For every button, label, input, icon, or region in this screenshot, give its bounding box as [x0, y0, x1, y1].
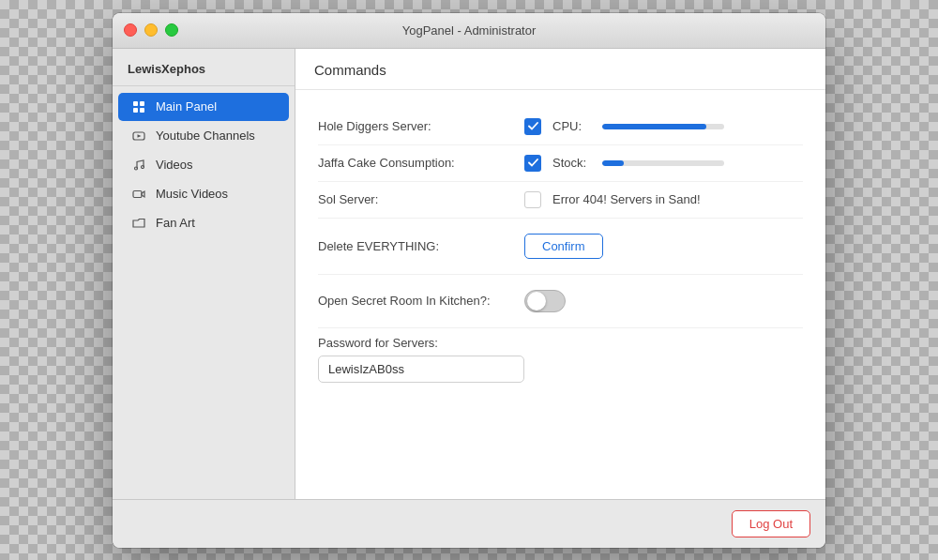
svg-point-6	[142, 165, 144, 168]
svg-point-5	[135, 167, 138, 170]
command-control-jaffa-cake: Stock:	[524, 155, 740, 172]
sidebar-item-music-videos[interactable]: Music Videos	[118, 180, 289, 208]
content-header: Commands	[295, 49, 825, 90]
command-row-jaffa-cake: Jaffa Cake Consumption: Stock:	[318, 145, 803, 182]
command-label-sol-server: Sol Server:	[318, 192, 524, 206]
nav-label-youtube-channels: Youtube Channels	[156, 129, 255, 143]
sidebar: LewisXephos Main Panel	[113, 49, 295, 499]
window-title: YogPanel - Administrator	[402, 23, 537, 38]
command-control-hole-diggers: CPU:	[524, 118, 740, 135]
sol-server-error: Error 404! Servers in Sand!	[552, 192, 701, 206]
music-icon	[131, 158, 146, 173]
stock-progress-bar-fill	[602, 160, 624, 166]
main-content: Commands Hole Diggers Server: CPU:	[295, 49, 825, 499]
sidebar-nav: Main Panel Youtube Channels	[113, 86, 295, 244]
sidebar-item-videos[interactable]: Videos	[118, 151, 289, 179]
cpu-progress-bar-fill	[602, 124, 706, 129]
toggle-knob	[527, 292, 546, 310]
folder-icon	[131, 216, 146, 231]
command-row-sol-server: Sol Server: Error 404! Servers in Sand!	[318, 182, 803, 219]
checkbox-sol-server[interactable]	[524, 191, 541, 208]
nav-label-main-panel: Main Panel	[156, 99, 217, 114]
command-row-secret-room: Open Secret Room In Kitchen?:	[318, 275, 803, 328]
sidebar-username: LewisXephos	[113, 49, 295, 86]
sidebar-item-main-panel[interactable]: Main Panel	[118, 93, 289, 121]
stock-label: Stock:	[552, 156, 595, 170]
logout-button[interactable]: Log Out	[732, 510, 810, 537]
svg-rect-1	[140, 101, 144, 106]
stock-progress-bar-bg	[602, 160, 724, 166]
password-section: Password for Servers:	[318, 336, 803, 383]
command-label-delete-everything: Delete EVERYTHING:	[318, 239, 524, 253]
maximize-button[interactable]: +	[165, 23, 178, 37]
progress-stock: Stock:	[552, 156, 740, 170]
youtube-icon	[131, 129, 146, 144]
content-body: Hole Diggers Server: CPU:	[295, 90, 825, 499]
cpu-progress-bar-bg	[602, 124, 724, 129]
svg-rect-0	[133, 101, 138, 106]
window-controls: × − +	[124, 23, 178, 37]
close-button[interactable]: ×	[124, 23, 137, 37]
nav-label-fan-art: Fan Art	[156, 216, 195, 230]
window-body: LewisXephos Main Panel	[113, 49, 825, 499]
camera-icon	[131, 187, 146, 202]
command-label-hole-diggers: Hole Diggers Server:	[318, 119, 524, 133]
progress-cpu: CPU:	[552, 119, 740, 133]
footer: Log Out	[113, 499, 825, 548]
command-control-secret-room	[524, 290, 566, 312]
cpu-label: CPU:	[552, 119, 595, 133]
command-control-delete-everything: Confirm	[524, 234, 603, 259]
svg-rect-3	[140, 108, 144, 113]
secret-room-toggle[interactable]	[524, 290, 566, 312]
nav-label-music-videos: Music Videos	[156, 187, 228, 201]
command-row-hole-diggers: Hole Diggers Server: CPU:	[318, 109, 803, 145]
minimize-button[interactable]: −	[144, 23, 158, 37]
confirm-button[interactable]: Confirm	[524, 234, 603, 259]
sidebar-item-youtube-channels[interactable]: Youtube Channels	[118, 122, 289, 150]
command-label-jaffa-cake: Jaffa Cake Consumption:	[318, 156, 524, 170]
sidebar-item-fan-art[interactable]: Fan Art	[118, 209, 289, 237]
command-control-sol-server: Error 404! Servers in Sand!	[524, 191, 701, 208]
grid-icon	[131, 99, 146, 114]
command-row-delete-everything: Delete EVERYTHING: Confirm	[318, 219, 803, 275]
password-input[interactable]	[318, 356, 524, 383]
app-window: × − + YogPanel - Administrator LewisXeph…	[113, 13, 825, 548]
checkbox-hole-diggers[interactable]	[524, 118, 541, 135]
command-label-secret-room: Open Secret Room In Kitchen?:	[318, 294, 524, 308]
password-label: Password for Servers:	[318, 336, 803, 350]
svg-rect-2	[133, 108, 138, 113]
nav-label-videos: Videos	[156, 158, 193, 172]
checkbox-jaffa-cake[interactable]	[524, 155, 541, 172]
titlebar: × − + YogPanel - Administrator	[113, 13, 825, 49]
svg-rect-7	[133, 190, 142, 197]
